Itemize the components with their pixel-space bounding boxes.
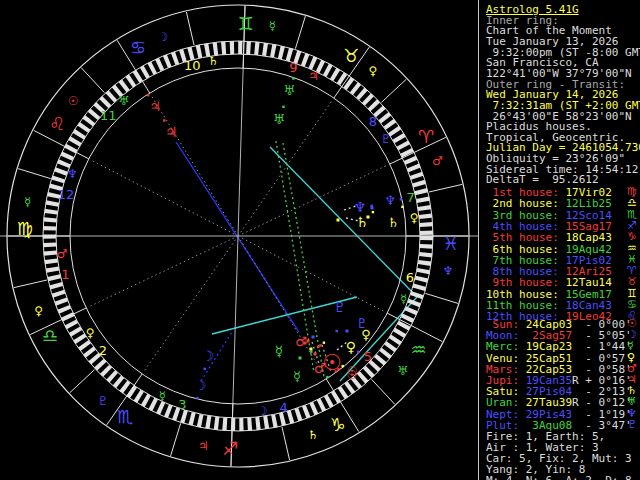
- wheel-sign-glyph-aries: ♈: [418, 126, 434, 147]
- wheel-house-number-11: 11: [100, 108, 117, 123]
- aspect-marker: [312, 336, 315, 339]
- planet-icon: ☿: [627, 340, 634, 351]
- wheel-planet-merc-inner: ☿: [275, 343, 284, 359]
- aspect-marker: [307, 340, 310, 343]
- planet-icon: ♀: [627, 352, 635, 363]
- wheel-house-number-4: 4: [280, 400, 288, 415]
- wheel-house-ruler-icon: ♄: [208, 54, 219, 68]
- wheel-planet-merc-outer: ☿: [293, 369, 301, 384]
- wheel-planet-jupi-inner: ♃: [165, 124, 178, 140]
- wheel-sign-glyph-capricorn: ♑: [330, 414, 346, 435]
- planet-degree-dot: [282, 106, 284, 108]
- wheel-sign-glyph-virgo: ♍: [17, 218, 33, 239]
- planet-degree-dot: [401, 206, 403, 208]
- planet-degree-dot: [323, 342, 325, 344]
- wheel-sign-glyph-taurus: ♉: [343, 45, 359, 66]
- planet-degree-dot: [147, 94, 149, 96]
- wheel-planet-plut-outer: ♇: [356, 316, 368, 331]
- info-line: DeltaT = 95.2612: [486, 174, 599, 185]
- wheel-sign-ruler-icon: ♀: [34, 304, 43, 318]
- wheel-planet-mars-inner: ♂: [314, 360, 327, 376]
- wheel-planet-nept-outer: ♆: [384, 193, 396, 208]
- wheel-planet-uran-inner: ♅: [273, 111, 286, 127]
- wheel-planet-sun-outer: ☉: [347, 368, 358, 382]
- wheel-house-ruler-icon: ♂: [57, 247, 68, 261]
- wheel-planet-nept-inner: ♆: [354, 199, 367, 215]
- wheel-house-ruler-icon: ☽: [257, 404, 268, 418]
- wheel-sign-ruler-icon: ☿: [24, 195, 31, 209]
- info-panel: Astrolog 5.41G Astrolog 5.41GInner ring:…: [479, 0, 640, 480]
- wheel-house-number-5: 5: [364, 349, 372, 364]
- wheel-sign-glyph-cancer: ♋: [130, 37, 146, 58]
- wheel-sign-ruler-icon: ♇: [98, 394, 109, 408]
- wheel-sign-glyph-libra: ♎: [42, 325, 58, 346]
- wheel-house-ruler-icon: ♃: [308, 69, 319, 83]
- wheel-house-ruler-icon: ♀: [410, 211, 419, 225]
- wheel-house-number-2: 2: [99, 343, 107, 358]
- wheel-sign-glyph-sagittarius: ♐: [222, 438, 238, 459]
- planet-degree-dot: [357, 351, 359, 353]
- planet-degree-dot: [196, 397, 198, 399]
- zodiac-sign-icon: ♎: [627, 197, 637, 208]
- wheel-house-ruler-icon: ♀: [86, 326, 95, 340]
- planet-degree-dot: [310, 351, 312, 353]
- wheel-planet-uran-outer: ♅: [283, 83, 295, 98]
- aspect-marker: [337, 219, 340, 222]
- planet-degree-dot: [292, 77, 294, 79]
- zodiac-sign-icon: ♑: [627, 231, 637, 242]
- zodiac-sign-icon: ♏: [627, 209, 637, 220]
- zodiac-sign-icon: ♒: [627, 243, 637, 254]
- wheel-sign-ruler-icon: ♅: [397, 364, 408, 378]
- planet-icon: ♅: [627, 396, 637, 407]
- wheel-sign-ruler-icon: ♀: [369, 64, 378, 78]
- wheel-planet-satu-outer: ♄: [387, 215, 399, 230]
- wheel-planet-jupi-outer: ♃: [149, 99, 161, 114]
- astrolog-window: ♈♂♉♀♊☿♋☽♌☉♍☿♎♀♏♇♐♃♑♄♒♅♓♆1♂2♀3☿4☽5☉6☿7♀8♇…: [0, 0, 640, 480]
- wheel-house-number-3: 3: [178, 397, 186, 412]
- aspect-marker: [310, 348, 313, 351]
- wheel-sign-glyph-scorpio: ♏: [117, 406, 133, 427]
- planet-degree-dot: [372, 211, 374, 213]
- wheel-planet-satu-inner: ♄: [356, 214, 369, 230]
- wheel-sign-ruler-icon: ♃: [198, 439, 209, 453]
- wheel-house-ruler-icon: ♆: [67, 167, 78, 181]
- wheel-house-ruler-icon: ♅: [118, 94, 129, 108]
- wheel-sign-ruler-icon: ♂: [432, 154, 443, 168]
- planet-degree-dot: [336, 330, 338, 332]
- planet-degree-dot: [319, 344, 321, 346]
- aspect-marker: [299, 357, 302, 360]
- planet-degree-dot: [326, 376, 328, 378]
- wheel-sign-ruler-icon: ☉: [68, 94, 79, 108]
- wheel-sign-ruler-icon: ♄: [308, 428, 319, 442]
- wheel-sign-ruler-icon: ☽: [157, 30, 168, 44]
- wheel-house-ruler-icon: ♇: [381, 132, 392, 146]
- planet-degree-dot: [163, 119, 165, 121]
- wheel-planet-plut-inner: ♇: [334, 299, 347, 315]
- wheel-house-number-9: 9: [289, 60, 297, 75]
- wheel-house-number-6: 6: [406, 270, 414, 285]
- wheel-planet-moon-outer: ☽: [195, 378, 207, 393]
- aspect-marker: [314, 353, 317, 356]
- wheel-sign-glyph-gemini: ♊: [237, 13, 253, 34]
- wheel-house-number-10: 10: [184, 58, 201, 73]
- wheel-house-number-7: 7: [407, 190, 415, 205]
- planet-icon: ♆: [627, 408, 637, 419]
- wheel-house-number-12: 12: [58, 187, 75, 202]
- wheel-sign-ruler-icon: ♆: [443, 264, 454, 278]
- wheel-planet-venu-inner: ♀: [346, 339, 356, 355]
- wheel-sign-ruler-icon: ☿: [269, 19, 276, 33]
- planet-degree-dot: [400, 198, 402, 200]
- wheel-house-number-8: 8: [369, 114, 377, 129]
- wheel-house-ruler-icon: ☿: [159, 389, 166, 403]
- wheel-sign-glyph-aquarius: ♒: [411, 339, 427, 360]
- wheel-planet-mars-outer: ♂: [295, 334, 307, 349]
- wheel-house-number-1: 1: [61, 267, 69, 282]
- aspect-marker: [346, 330, 349, 333]
- planet-icon: ♇: [627, 419, 637, 430]
- wheel-planet-moon-inner: ☽: [202, 348, 215, 364]
- zodiac-sign-icon: ♉: [627, 276, 637, 287]
- chart-wheel: ♈♂♉♀♊☿♋☽♌☉♍☿♎♀♏♇♐♃♑♄♒♅♓♆1♂2♀3☿4☽5☉6☿7♀8♇…: [0, 0, 479, 480]
- totals-line: M: 4, N: 6, A: 2, D: 8: [486, 475, 632, 480]
- wheel-sign-glyph-pisces: ♓: [443, 233, 459, 254]
- wheel-sign-glyph-leo: ♌: [49, 113, 65, 134]
